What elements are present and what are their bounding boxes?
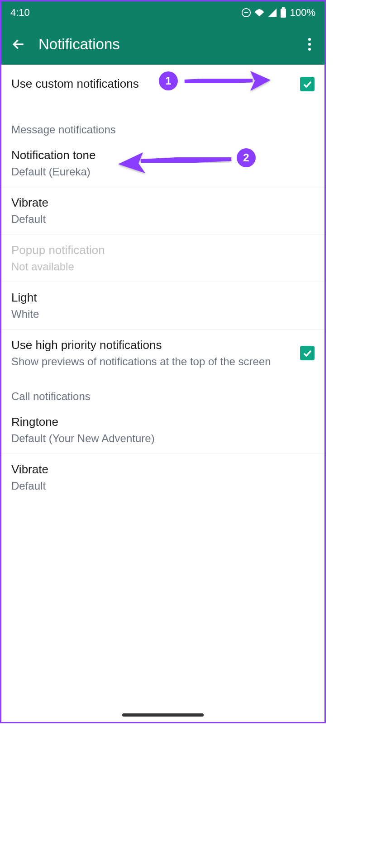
popup-label: Popup notification — [11, 243, 315, 258]
annotation-badge-1: 1 — [159, 71, 178, 90]
light-value: White — [11, 307, 315, 321]
status-icons: 100% — [241, 7, 315, 19]
high-priority-subtitle: Show previews of notifications at the to… — [11, 354, 300, 368]
vibrate-label: Vibrate — [11, 195, 315, 211]
more-options-button[interactable] — [303, 35, 316, 53]
high-priority-row[interactable]: Use high priority notifications Show pre… — [1, 330, 324, 377]
dnd-icon — [241, 8, 251, 18]
status-time: 4:10 — [10, 7, 30, 19]
signal-icon — [267, 8, 277, 18]
light-label: Light — [11, 290, 315, 306]
check-icon — [302, 348, 313, 359]
svg-rect-3 — [282, 7, 285, 9]
status-bar: 4:10 100% — [1, 1, 324, 24]
ringtone-label: Ringtone — [11, 415, 315, 430]
message-notifications-header: Message notifications — [1, 110, 324, 140]
call-vibrate-label: Vibrate — [11, 462, 315, 477]
popup-notification-row: Popup notification Not available — [1, 235, 324, 282]
vibrate-value: Default — [11, 212, 315, 226]
call-notifications-header: Call notifications — [1, 377, 324, 406]
more-vert-icon — [308, 38, 311, 51]
arrow-back-icon — [11, 37, 26, 52]
annotation-arrow-1 — [180, 69, 275, 96]
call-vibrate-row[interactable]: Vibrate Default — [1, 454, 324, 501]
settings-list: Use custom notifications Message notific… — [1, 65, 324, 501]
battery-percent: 100% — [290, 7, 315, 19]
high-priority-checkbox[interactable] — [300, 346, 315, 360]
vibrate-row[interactable]: Vibrate Default — [1, 187, 324, 235]
ringtone-row[interactable]: Ringtone Default (Your New Adventure) — [1, 406, 324, 454]
high-priority-label: Use high priority notifications — [11, 338, 300, 353]
annotation-arrow-2 — [114, 145, 236, 177]
popup-value: Not available — [11, 259, 315, 274]
annotation-badge-2: 2 — [237, 148, 256, 167]
navigation-handle[interactable] — [122, 713, 204, 717]
call-vibrate-value: Default — [11, 479, 315, 493]
page-title: Notifications — [38, 36, 303, 53]
wifi-icon — [254, 8, 265, 18]
app-bar: Notifications — [1, 24, 324, 65]
check-icon — [302, 79, 313, 90]
light-row[interactable]: Light White — [1, 282, 324, 330]
custom-notifications-checkbox[interactable] — [300, 77, 315, 91]
ringtone-value: Default (Your New Adventure) — [11, 431, 315, 445]
svg-rect-2 — [281, 9, 286, 18]
battery-icon — [280, 7, 286, 18]
back-button[interactable] — [10, 35, 28, 53]
